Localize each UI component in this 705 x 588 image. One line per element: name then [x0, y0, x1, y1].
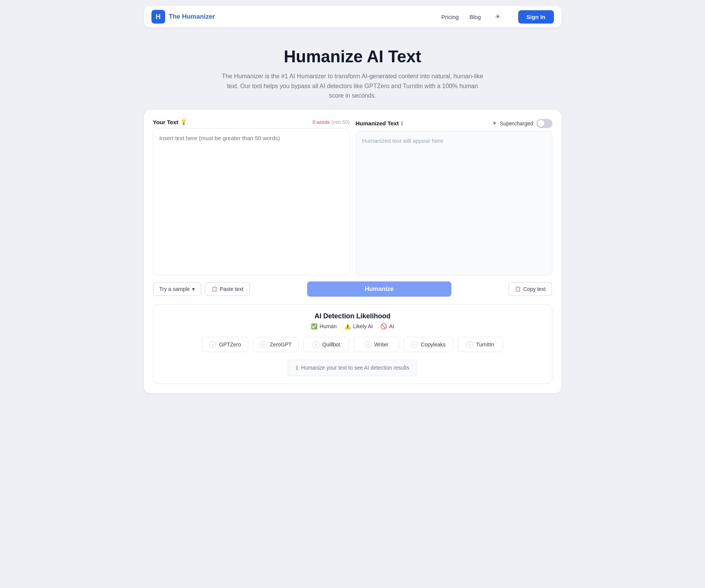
word-count: 0 words — [312, 119, 330, 125]
detector-zerogpt-label: ZeroGPT — [270, 341, 292, 348]
logo-icon: H — [151, 10, 165, 24]
nav-links: Pricing Blog ☀ Sign In — [442, 10, 554, 24]
text-panels: Your Text 💡 0 words (min 50) Humanized T… — [153, 119, 552, 275]
detector-copyleaks-icon: ○ — [411, 341, 418, 348]
input-textarea[interactable] — [153, 128, 350, 275]
copy-icon: 📋 — [515, 286, 521, 292]
detector-zerogpt[interactable]: ○ ZeroGPT — [253, 337, 299, 352]
your-text-info-icon: 💡 — [180, 119, 187, 125]
detection-section: AI Detection Likelihood ✅ Human ⚠️ Likel… — [153, 304, 552, 384]
hero-title: Humanize AI Text — [220, 47, 486, 66]
detector-turnitin-icon: ○ — [466, 341, 473, 348]
notice-info-icon: ℹ — [296, 364, 298, 371]
paste-icon: 📋 — [211, 286, 218, 292]
detector-writer[interactable]: ○ Writer — [353, 337, 399, 352]
supercharged-control: ✦ Supercharged — [492, 119, 552, 128]
hero-section: Humanize AI Text The Humanizer is the #1… — [212, 33, 493, 110]
main-card: Your Text 💡 0 words (min 50) Humanized T… — [144, 110, 561, 393]
detectors-row: ○ GPTZero ○ ZeroGPT ○ Quillbot ○ Writer … — [162, 337, 543, 352]
legend-likelyai: ⚠️ Likely AI — [344, 323, 373, 329]
detector-gptzero-icon: ○ — [209, 341, 216, 348]
supercharged-toggle[interactable] — [536, 119, 552, 128]
left-panel-label: Your Text 💡 — [153, 119, 187, 125]
try-sample-label: Try a sample — [159, 286, 190, 292]
detector-writer-label: Writer — [374, 341, 388, 348]
legend-ai-icon: 🚫 — [380, 323, 387, 329]
detector-quillbot[interactable]: ○ Quillbot — [303, 337, 349, 352]
detector-copyleaks-label: Copyleaks — [421, 341, 445, 348]
detector-quillbot-icon: ○ — [312, 341, 319, 348]
word-count-min: (min 50) — [331, 119, 350, 125]
legend-likelyai-label: Likely AI — [353, 323, 373, 329]
action-bar: Try a sample ▾ 📋 Paste text Humanize 📋 C… — [153, 281, 552, 297]
legend-human-icon: ✅ — [311, 323, 317, 329]
left-panel: Your Text 💡 0 words (min 50) — [153, 119, 350, 275]
paste-label: Paste text — [220, 286, 243, 292]
legend-ai-label: AI — [389, 323, 394, 329]
left-panel-header: Your Text 💡 0 words (min 50) — [153, 119, 350, 125]
detector-writer-icon: ○ — [364, 341, 371, 348]
your-text-label: Your Text — [153, 119, 178, 125]
humanize-button[interactable]: Humanize — [307, 281, 451, 297]
chevron-down-icon: ▾ — [192, 286, 195, 292]
navbar: H The Humanizer Pricing Blog ☀ Sign In — [0, 0, 705, 33]
detector-zerogpt-icon: ○ — [260, 341, 267, 348]
legend-human-label: Human — [320, 323, 337, 329]
legend-human: ✅ Human — [311, 323, 337, 329]
right-panel-header: Humanized Text ℹ ✦ Supercharged — [356, 119, 552, 128]
detection-notice: ℹ Humanize your text to see AI detection… — [288, 360, 417, 376]
copy-text-button[interactable]: 📋 Copy text — [508, 282, 552, 296]
signin-button[interactable]: Sign In — [518, 10, 554, 24]
output-area: Humanized text will appear here — [356, 131, 552, 275]
detection-legend: ✅ Human ⚠️ Likely AI 🚫 AI — [162, 323, 543, 329]
detector-turnitin[interactable]: ○ TurnItIn — [457, 337, 503, 352]
logo-text: The Humanizer — [169, 13, 215, 21]
right-panel-label: Humanized Text ℹ — [356, 120, 403, 126]
legend-likelyai-icon: ⚠️ — [344, 323, 351, 329]
supercharged-sparkle-icon: ✦ — [492, 120, 497, 127]
logo: H The Humanizer — [151, 10, 442, 24]
paste-text-button[interactable]: 📋 Paste text — [205, 282, 250, 296]
hero-subtitle: The Humanizer is the #1 AI Humanizer to … — [220, 71, 486, 101]
detector-turnitin-label: TurnItIn — [476, 341, 494, 348]
detector-quillbot-label: Quillbot — [322, 341, 340, 348]
notice-text: Humanize your text to see AI detection r… — [301, 365, 409, 371]
action-left-group: Try a sample ▾ 📋 Paste text — [153, 282, 250, 296]
detector-copyleaks[interactable]: ○ Copyleaks — [404, 337, 453, 352]
supercharged-label: Supercharged — [500, 120, 533, 126]
humanized-text-label: Humanized Text — [356, 120, 399, 126]
right-panel: Humanized Text ℹ ✦ Supercharged Humanize… — [356, 119, 552, 275]
detection-title: AI Detection Likelihood — [162, 312, 543, 320]
copy-label: Copy text — [523, 286, 546, 292]
legend-ai: 🚫 AI — [380, 323, 394, 329]
try-sample-button[interactable]: Try a sample ▾ — [153, 282, 201, 296]
theme-toggle-button[interactable]: ☀ — [492, 11, 504, 22]
word-count-display: 0 words (min 50) — [312, 119, 349, 125]
detector-gptzero-label: GPTZero — [219, 341, 241, 348]
humanized-info-icon: ℹ — [401, 120, 403, 126]
nav-link-pricing[interactable]: Pricing — [442, 14, 459, 20]
nav-link-blog[interactable]: Blog — [469, 14, 481, 20]
detector-gptzero[interactable]: ○ GPTZero — [202, 337, 248, 352]
